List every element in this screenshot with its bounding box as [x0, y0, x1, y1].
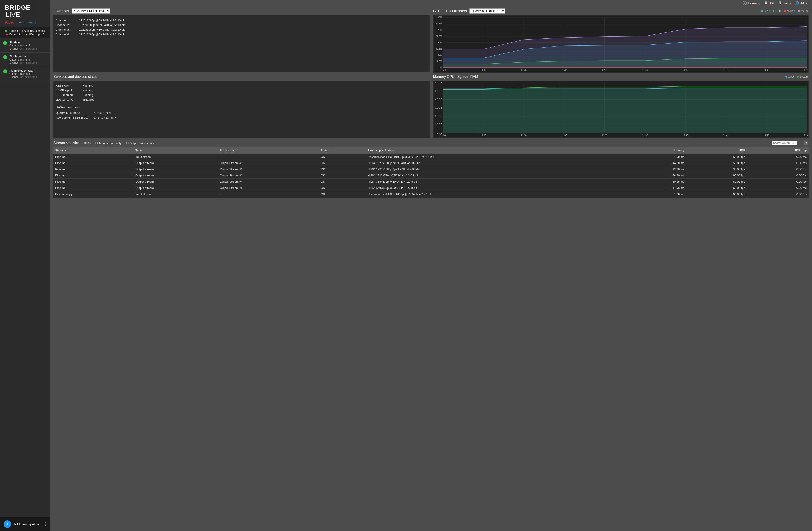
pipeline-item[interactable]: Pipeline Output streams: 5 License: Unli…: [0, 39, 50, 53]
table-header[interactable]: Type: [133, 147, 218, 154]
table-header[interactable]: Stream name: [218, 147, 319, 154]
search-icon: ⌕: [792, 141, 794, 145]
svg-text:11:42: 11:42: [764, 134, 769, 137]
pipeline-streams: Output streams: 5: [9, 44, 37, 47]
wrench-icon: ✕: [778, 1, 782, 5]
svg-text:62.5%: 62.5%: [436, 35, 442, 38]
table-cell: Output stream: [133, 160, 218, 166]
radio-all[interactable]: All: [84, 141, 91, 145]
pipeline-item[interactable]: Pipeline copy Output streams: 5 License:…: [0, 53, 50, 67]
add-pipeline-button[interactable]: +: [3, 520, 11, 528]
nav-api[interactable]: ⚙API: [764, 1, 774, 5]
add-pipeline-label[interactable]: Add new pipeline: [14, 522, 41, 526]
status-errors: 0: [19, 33, 21, 36]
logo: BRIDGELIVE AJA [comprimato]: [0, 0, 50, 27]
table-cell: Output stream: [133, 179, 218, 185]
streams-header: Stream statistics All Input stream only …: [53, 138, 809, 147]
more-menu-button[interactable]: [44, 521, 46, 527]
services-title: Services and devices status: [54, 75, 98, 79]
table-row[interactable]: PipelineOutput streamOutput Stream #2OKH…: [53, 166, 809, 172]
logo-aja: AJA: [5, 20, 14, 25]
svg-text:11:35: 11:35: [480, 69, 486, 71]
table-cell: OK: [319, 160, 365, 166]
svg-text:4.0 GB: 4.0 GB: [435, 98, 442, 101]
nav-licensing[interactable]: iLicensing: [742, 1, 760, 5]
svg-text:11:37: 11:37: [561, 69, 567, 71]
hw-temp-title: HW temperatures:: [56, 105, 427, 109]
table-cell: 56.50 ms: [626, 172, 687, 179]
service-value: Running: [82, 84, 93, 87]
legend-item: NvDec: [784, 10, 795, 13]
gpu-title: GPU / CPU utilization: [433, 9, 467, 13]
table-cell: Uncompressed 1920x1080p @59.94Hz 4:2:2 1…: [365, 154, 626, 160]
radio-output[interactable]: Output stream only: [126, 141, 154, 145]
table-cell: 59.80 fps: [686, 160, 747, 166]
table-cell: OK: [319, 154, 365, 160]
table-cell: Output stream: [133, 185, 218, 191]
radio-input[interactable]: Input stream only: [96, 141, 121, 145]
table-cell: 0.00 fps: [747, 166, 809, 172]
search-stream[interactable]: ⌕: [772, 141, 797, 145]
pipeline-list: Pipeline Output streams: 5 License: Unli…: [0, 39, 50, 517]
svg-text:11:36: 11:36: [521, 69, 526, 71]
svg-text:37.5%: 37.5%: [436, 47, 442, 50]
logo-comprimato: [comprimato]: [16, 20, 36, 24]
legend-item: GPU: [761, 10, 770, 13]
table-cell: Pipeline: [53, 179, 133, 185]
table-cell: 60.00 fps: [686, 191, 747, 197]
logo-brand: BRIDGE: [5, 4, 30, 11]
svg-text:11:36: 11:36: [521, 134, 526, 137]
table-header[interactable]: FPS drop: [747, 147, 809, 154]
interfaces-select[interactable]: AJA Corvid 44 12G BNC: [72, 9, 110, 14]
channel-value: 1920x1080p @59.94Hz 4:2:2 10-bit: [79, 23, 125, 27]
svg-text:11:35: 11:35: [480, 134, 486, 137]
channel-label: Channel 4:: [56, 33, 79, 36]
svg-text:12.5%: 12.5%: [436, 60, 442, 62]
table-cell: -: [218, 191, 319, 197]
svg-text:11:38: 11:38: [602, 69, 607, 71]
interfaces-title: Interfaces: [54, 9, 69, 13]
table-cell: 44.30 ms: [626, 160, 687, 166]
table-row[interactable]: Pipeline copyInput stream-OKUncompressed…: [53, 191, 809, 197]
table-header[interactable]: Stream set: [53, 147, 133, 154]
table-header[interactable]: Stream specification: [365, 147, 626, 154]
table-cell: 60.00 fps: [686, 179, 747, 185]
table-cell: 1.00 ms: [626, 191, 687, 197]
pipeline-item[interactable]: Pipeline copy copy Output streams: 5 Lic…: [0, 67, 50, 81]
table-row[interactable]: PipelineOutput streamOutput Stream #5OKH…: [53, 185, 809, 191]
table-cell: Output stream: [133, 172, 218, 179]
interfaces-panel: Channel 1:1920x1080p @59.94Hz 4:2:2 10-b…: [53, 15, 430, 72]
svg-text:75%: 75%: [437, 29, 442, 31]
collapse-button[interactable]: ⌃: [803, 141, 809, 145]
table-cell: Pipeline copy: [53, 191, 133, 197]
gear-icon: ⚙: [764, 1, 768, 5]
nav-admin[interactable]: 👤Admin: [795, 1, 809, 5]
services-panel: REST API:RunningSNMP agent:RunningSSH da…: [53, 81, 430, 138]
svg-text:1.0 GB: 1.0 GB: [435, 123, 442, 126]
table-row[interactable]: Pipeline copyOutput streamOutput Stream …: [53, 197, 809, 199]
table-header[interactable]: FPS: [686, 147, 747, 154]
table-cell: Output stream: [133, 197, 218, 199]
table-header[interactable]: Status: [319, 147, 365, 154]
table-cell: 0.00 fps: [747, 185, 809, 191]
legend-item: GPU: [785, 75, 794, 78]
hw-value: 71 °C / 160 °F: [93, 111, 112, 115]
table-row[interactable]: PipelineOutput streamOutput Stream #4OKH…: [53, 179, 809, 185]
table-row[interactable]: PipelineOutput streamOutput Stream #3OKH…: [53, 172, 809, 179]
status-summary: 4 pipelines | 20 output streams Errors: …: [0, 27, 50, 39]
table-header[interactable]: Latency: [626, 147, 687, 154]
table-cell: H.264 1920x1080p @29.97Hz 4:2:0 8-bit: [365, 166, 626, 172]
search-input[interactable]: [773, 141, 792, 144]
status-warnings-label: Warnings:: [29, 33, 41, 36]
memory-chart: 0 MB1.0 GB2.0 GB3.0 GB4.0 GB5.0 GB6.0 GB…: [434, 82, 808, 137]
gpu-select[interactable]: Quadro RTX 4000: [469, 9, 505, 14]
table-cell: Output Stream #5: [218, 185, 319, 191]
svg-text:11:34: 11:34: [440, 69, 446, 71]
svg-text:11:34: 11:34: [440, 134, 446, 137]
table-row[interactable]: PipelineOutput streamOutput Stream #1OKH…: [53, 160, 809, 166]
table-cell: OK: [319, 172, 365, 179]
pipeline-streams: Output streams: 5: [9, 72, 37, 75]
table-cell: 50.88 ms: [626, 179, 687, 185]
table-row[interactable]: PipelineInput stream-OKUncompressed 1920…: [53, 154, 809, 160]
nav-setup[interactable]: ✕Setup: [778, 1, 791, 5]
